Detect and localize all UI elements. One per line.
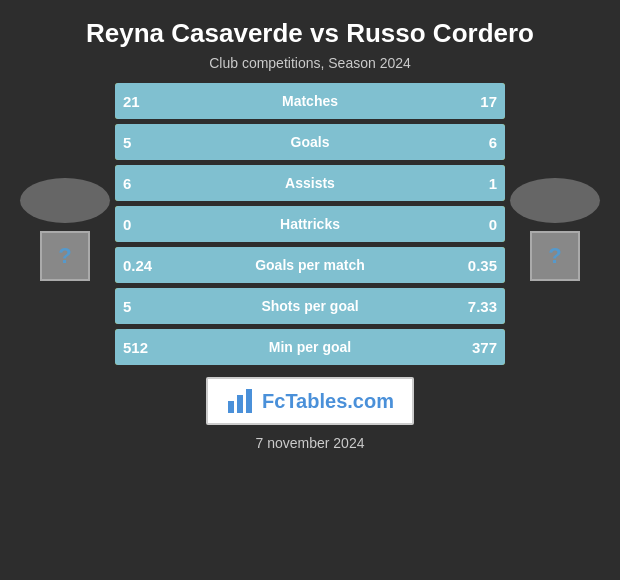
- right-player-avatar: ?: [505, 83, 605, 365]
- logo-fc: Fc: [262, 390, 285, 412]
- stat-row: 5Shots per goal7.33: [115, 288, 505, 324]
- stat-left-value: 21: [123, 93, 140, 110]
- fctables-icon: [226, 387, 254, 415]
- stat-label: Shots per goal: [261, 298, 358, 314]
- stat-right-value: 0: [489, 216, 497, 233]
- stat-row: 21Matches17: [115, 83, 505, 119]
- left-avatar-ellipse: [20, 178, 110, 223]
- stat-left-value: 5: [123, 298, 131, 315]
- stat-right-value: 6: [489, 134, 497, 151]
- stat-bar-5: 5Shots per goal7.33: [115, 288, 505, 324]
- stat-right-value: 377: [472, 339, 497, 356]
- stats-list: 21Matches175Goals66Assists10Hattricks00.…: [115, 83, 505, 365]
- stat-bar-3: 0Hattricks0: [115, 206, 505, 242]
- stat-bar-4: 0.24Goals per match0.35: [115, 247, 505, 283]
- stat-row: 6Assists1: [115, 165, 505, 201]
- left-player-avatar: ?: [15, 83, 115, 365]
- stat-row: 5Goals6: [115, 124, 505, 160]
- stat-right-value: 7.33: [468, 298, 497, 315]
- stat-left-value: 0: [123, 216, 131, 233]
- stat-row: 512Min per goal377: [115, 329, 505, 365]
- svg-rect-1: [237, 395, 243, 413]
- stat-right-value: 17: [480, 93, 497, 110]
- left-question-mark: ?: [58, 243, 71, 269]
- comparison-section: ? 21Matches175Goals66Assists10Hattricks0…: [15, 83, 605, 365]
- stat-bar-0: 21Matches17: [115, 83, 505, 119]
- stat-bar-6: 512Min per goal377: [115, 329, 505, 365]
- page-title: Reyna Casaverde vs Russo Cordero: [86, 18, 534, 49]
- left-avatar-box: ?: [40, 231, 90, 281]
- subtitle: Club competitions, Season 2024: [209, 55, 411, 71]
- logo-tables: Tables.com: [285, 390, 394, 412]
- stat-label: Matches: [282, 93, 338, 109]
- right-avatar-box: ?: [530, 231, 580, 281]
- logo-area: FcTables.com: [206, 377, 414, 425]
- stat-left-value: 5: [123, 134, 131, 151]
- stat-left-value: 6: [123, 175, 131, 192]
- svg-rect-2: [246, 389, 252, 413]
- stat-label: Min per goal: [269, 339, 351, 355]
- stat-label: Goals per match: [255, 257, 365, 273]
- stat-left-value: 512: [123, 339, 148, 356]
- stat-bar-2: 6Assists1: [115, 165, 505, 201]
- right-question-mark: ?: [548, 243, 561, 269]
- date-label: 7 november 2024: [256, 435, 365, 451]
- stat-row: 0Hattricks0: [115, 206, 505, 242]
- right-avatar-ellipse: [510, 178, 600, 223]
- stat-left-value: 0.24: [123, 257, 152, 274]
- stat-label: Assists: [285, 175, 335, 191]
- stat-right-value: 1: [489, 175, 497, 192]
- svg-rect-0: [228, 401, 234, 413]
- logo-text: FcTables.com: [262, 390, 394, 413]
- page: Reyna Casaverde vs Russo Cordero Club co…: [0, 0, 620, 580]
- stat-right-value: 0.35: [468, 257, 497, 274]
- stat-bar-1: 5Goals6: [115, 124, 505, 160]
- stat-row: 0.24Goals per match0.35: [115, 247, 505, 283]
- stat-label: Hattricks: [280, 216, 340, 232]
- stat-label: Goals: [291, 134, 330, 150]
